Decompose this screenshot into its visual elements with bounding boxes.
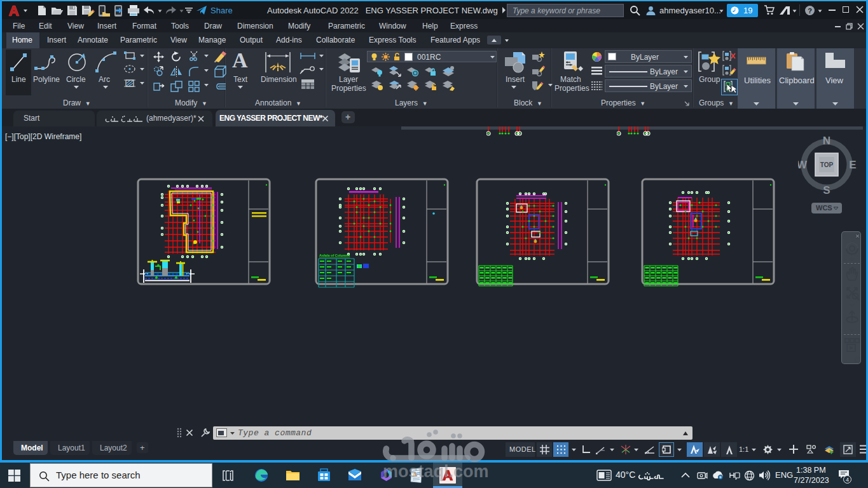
svg-text:TOP: TOP [820, 161, 834, 168]
svg-text:W: W [798, 159, 808, 171]
svg-text:N: N [823, 135, 830, 147]
svg-text:Asfala of Columns: Asfala of Columns [319, 254, 350, 257]
svg-text:?: ? [808, 7, 812, 15]
svg-text:E: E [849, 159, 856, 171]
svg-text:S: S [823, 184, 830, 195]
